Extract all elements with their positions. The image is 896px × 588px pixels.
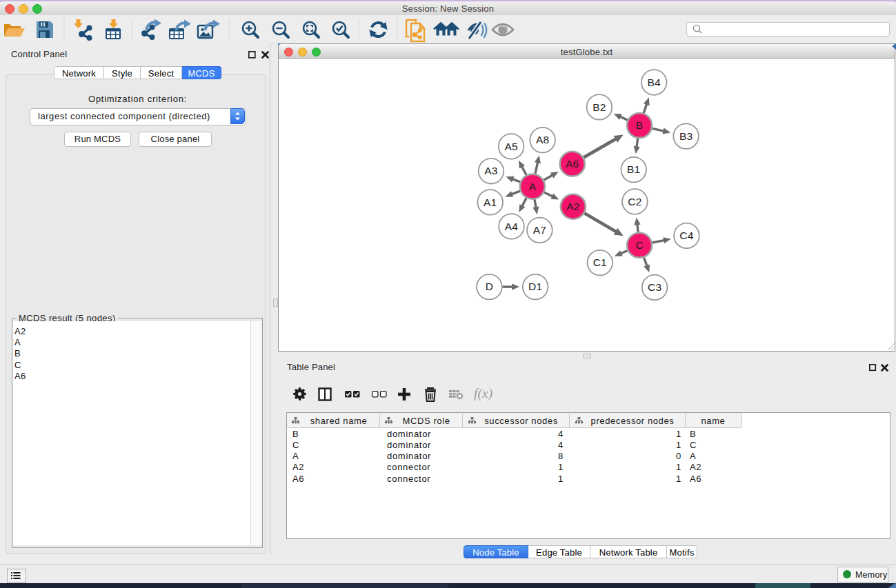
svg-text:A2: A2 [566, 201, 579, 212]
svg-text:A3: A3 [484, 165, 497, 176]
svg-text:D1: D1 [528, 281, 542, 292]
svg-text:A7: A7 [533, 224, 546, 236]
svg-text:C1: C1 [593, 256, 607, 268]
svg-text:C2: C2 [628, 196, 641, 207]
svg-text:C4: C4 [679, 230, 693, 241]
svg-text:B4: B4 [648, 77, 661, 88]
svg-text:B3: B3 [679, 130, 693, 142]
svg-text:B1: B1 [627, 163, 640, 175]
svg-text:C: C [635, 239, 643, 251]
svg-text:A4: A4 [505, 221, 519, 232]
svg-text:D: D [486, 281, 493, 292]
svg-text:B: B [636, 119, 644, 131]
svg-text:A8: A8 [536, 134, 549, 145]
svg-text:A5: A5 [504, 141, 517, 152]
svg-text:B2: B2 [593, 101, 606, 113]
svg-text:A6: A6 [566, 158, 579, 170]
svg-text:A1: A1 [484, 196, 497, 208]
svg-text:A: A [529, 181, 537, 192]
svg-text:C3: C3 [648, 281, 661, 293]
